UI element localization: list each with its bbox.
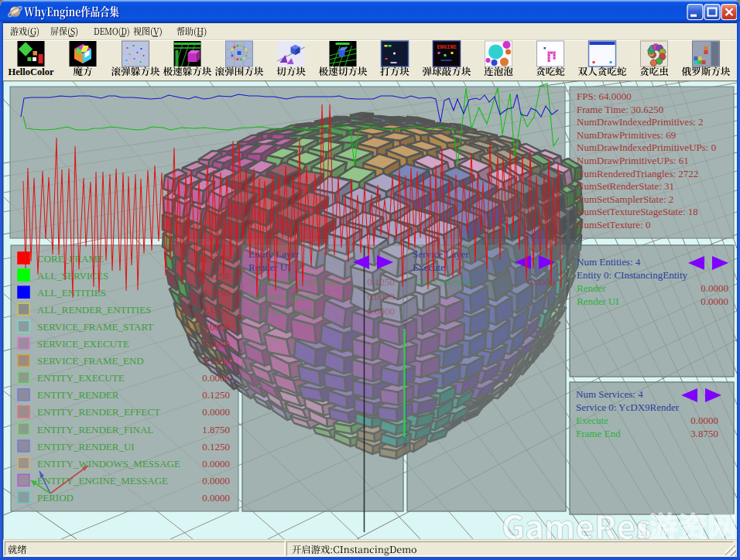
svg-text:NumDrawIndexedPrimitiveUPs: 0: NumDrawIndexedPrimitiveUPs: 0 xyxy=(577,142,716,153)
svg-text:ENTITY_WINDOWS_MESSAGE: ENTITY_WINDOWS_MESSAGE xyxy=(37,458,180,470)
svg-text:ALL_RENDER_ENTITIES: ALL_RENDER_ENTITIES xyxy=(37,304,151,316)
svg-text:NumSetTexture: 0: NumSetTexture: 0 xyxy=(577,219,651,230)
svg-text:0.0000: 0.0000 xyxy=(690,415,718,426)
svg-text:NumDrawIndexedPrimitives: 2: NumDrawIndexedPrimitives: 2 xyxy=(577,116,704,128)
svg-text:SERVICE_FRAME_START: SERVICE_FRAME_START xyxy=(37,321,153,333)
svg-text:ENGINE: ENGINE xyxy=(437,44,456,50)
svg-text:0.1250: 0.1250 xyxy=(202,389,230,401)
svg-text:3.8750: 3.8750 xyxy=(690,428,718,439)
svg-text:0.1250: 0.1250 xyxy=(202,441,230,452)
svg-text:HelloColor: HelloColor xyxy=(8,67,53,77)
svg-text:0.0000: 0.0000 xyxy=(367,306,395,317)
svg-text:0.0000: 0.0000 xyxy=(701,282,728,294)
svg-text:2.1250: 2.1250 xyxy=(202,304,230,316)
svg-text:NumDrawPrimitives: 69: NumDrawPrimitives: 69 xyxy=(577,129,676,141)
svg-text:0.0000: 0.0000 xyxy=(202,406,230,418)
svg-text:Execute: Execute xyxy=(576,415,608,426)
svg-text:NumSetSamplerState: 2: NumSetSamplerState: 2 xyxy=(577,193,673,205)
svg-text:Frame Time: 30.6250: Frame Time: 30.6250 xyxy=(577,104,663,115)
svg-text:2.1250: 2.1250 xyxy=(202,287,230,299)
svg-text:0.0000: 0.0000 xyxy=(202,338,230,350)
svg-text:FPS: 64.0000: FPS: 64.0000 xyxy=(577,90,632,102)
svg-text:0.0000: 0.0000 xyxy=(202,475,230,487)
svg-text:5.1250: 5.1250 xyxy=(202,355,230,367)
svg-text:0.0000: 0.0000 xyxy=(367,291,395,302)
svg-text:ENTITY_RENDER_UI: ENTITY_RENDER_UI xyxy=(37,441,135,452)
svg-text:NumSetTextureStageState: 18: NumSetTextureStageState: 18 xyxy=(577,206,698,217)
svg-text:ENTITY_EXECUTE: ENTITY_EXECUTE xyxy=(37,372,125,384)
svg-text:SERVICE_EXECUTE: SERVICE_EXECUTE xyxy=(37,338,129,350)
svg-text:ALL_ENTITIES: ALL_ENTITIES xyxy=(37,287,106,299)
svg-text:Service 0: YcDX9Render: Service 0: YcDX9Render xyxy=(576,401,680,413)
svg-text:Render UI: Render UI xyxy=(577,295,619,307)
svg-text:YcDX9Render: YcDX9Render xyxy=(413,276,474,288)
svg-text:NumRenderedTriangles: 2722: NumRenderedTriangles: 2722 xyxy=(577,168,698,179)
svg-text:0.0000: 0.0000 xyxy=(202,372,230,384)
svg-text:0.0000: 0.0000 xyxy=(202,321,230,333)
svg-text:ENTITY_RENDER_EFFECT: ENTITY_RENDER_EFFECT xyxy=(37,406,160,418)
svg-text:YcSceneControl: YcSceneControl xyxy=(248,306,315,317)
svg-text:5.1250: 5.1250 xyxy=(202,270,230,282)
svg-text:ENTITY_RENDER_FINAL: ENTITY_RENDER_FINAL xyxy=(37,424,153,435)
svg-text:0.0000: 0.0000 xyxy=(202,492,230,504)
svg-text:PERIOD: PERIOD xyxy=(37,492,74,504)
svg-text:NumSetRenderState: 31: NumSetRenderState: 31 xyxy=(577,180,674,192)
svg-text:0.0000: 0.0000 xyxy=(202,458,230,470)
svg-text:SERVICE_FRAME_END: SERVICE_FRAME_END xyxy=(37,355,144,367)
svg-text:Num Entities: 4: Num Entities: 4 xyxy=(577,256,641,268)
svg-text:Render: Render xyxy=(577,282,606,294)
svg-text:YcPerformanceProfile: YcPerformanceProfile xyxy=(248,276,339,288)
svg-text:ENTITY_RENDER: ENTITY_RENDER xyxy=(37,389,119,401)
svg-text:CInstancingEntity: CInstancingEntity xyxy=(248,291,322,302)
svg-text:Entity 0: CInstancingEntity: Entity 0: CInstancingEntity xyxy=(577,269,687,281)
svg-text:0.1250: 0.1250 xyxy=(367,276,395,288)
svg-text:1.8750: 1.8750 xyxy=(202,424,230,435)
svg-text:NumDrawPrimitiveUPs: 61: NumDrawPrimitiveUPs: 61 xyxy=(577,155,689,166)
svg-text:0.0000: 0.0000 xyxy=(701,295,728,307)
svg-text:ENTITY_ENGINE_MESSAGE: ENTITY_ENGINE_MESSAGE xyxy=(37,475,168,487)
svg-text:Num Services: 4: Num Services: 4 xyxy=(576,388,643,400)
svg-text:Frame End: Frame End xyxy=(576,428,621,439)
